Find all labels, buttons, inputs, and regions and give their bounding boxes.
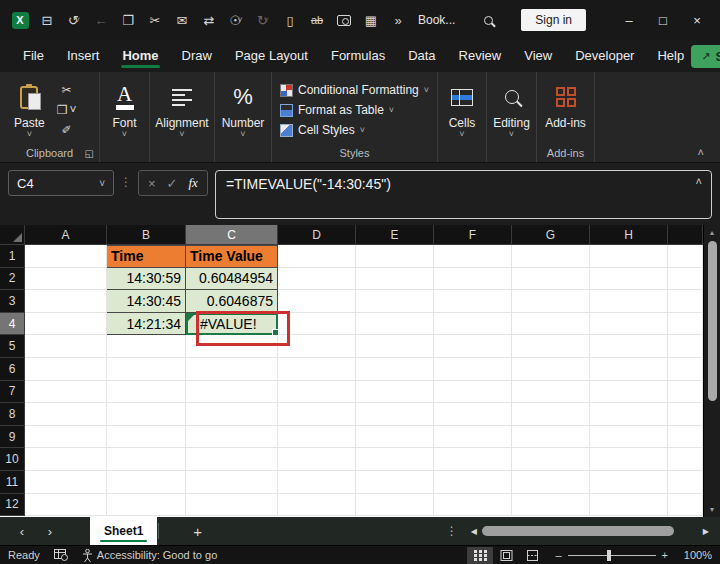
- sign-in-button[interactable]: Sign in: [521, 9, 586, 31]
- cut-icon[interactable]: ✂: [145, 8, 165, 32]
- cell-E11[interactable]: [356, 471, 434, 494]
- tab-insert[interactable]: Insert: [60, 43, 107, 70]
- tab-review[interactable]: Review: [452, 43, 509, 70]
- collapse-formula-bar-icon[interactable]: ˄: [696, 175, 702, 187]
- cancel-icon[interactable]: ×: [148, 176, 156, 191]
- cell-B11[interactable]: [107, 471, 186, 494]
- cell-B6[interactable]: [107, 358, 186, 381]
- camera-icon[interactable]: [334, 8, 354, 32]
- cell-D12[interactable]: [278, 494, 356, 517]
- cell-A8[interactable]: [25, 403, 107, 426]
- cell-F2[interactable]: [434, 268, 512, 291]
- scroll-right-icon[interactable]: ▶: [700, 527, 712, 536]
- cell-I7[interactable]: [668, 381, 703, 404]
- cell-B5[interactable]: [107, 335, 186, 358]
- cell-F1[interactable]: [434, 245, 512, 268]
- replace-icon[interactable]: ⇄: [199, 8, 219, 32]
- tab-developer[interactable]: Developer: [568, 43, 641, 70]
- cell-C11[interactable]: [186, 471, 278, 494]
- row-header-10[interactable]: 10: [0, 448, 25, 471]
- cell-G7[interactable]: [512, 381, 590, 404]
- cell-B3[interactable]: 14:30:45: [107, 290, 186, 313]
- previous-sheet-icon[interactable]: ‹: [8, 524, 36, 539]
- cell-B7[interactable]: [107, 381, 186, 404]
- cell-E8[interactable]: [356, 403, 434, 426]
- sheet-grid[interactable]: ABCDEFGH1TimeTime Value214:30:590.604849…: [0, 225, 703, 517]
- cut-button[interactable]: ✂: [62, 82, 72, 98]
- cell-H2[interactable]: [590, 268, 668, 291]
- cell-F11[interactable]: [434, 471, 512, 494]
- row-header-1[interactable]: 1: [0, 245, 25, 268]
- search-icon[interactable]: [484, 16, 493, 25]
- cell-A9[interactable]: [25, 426, 107, 449]
- cell-F10[interactable]: [434, 448, 512, 471]
- zoom-in-button[interactable]: +: [662, 549, 668, 561]
- more-commands-icon[interactable]: »: [388, 8, 408, 32]
- cell-G5[interactable]: [512, 335, 590, 358]
- row-header-11[interactable]: 11: [0, 471, 25, 494]
- cell-A1[interactable]: [25, 245, 107, 268]
- column-header-E[interactable]: E: [356, 225, 434, 245]
- copy-icon[interactable]: ❐: [118, 8, 138, 32]
- cell-H7[interactable]: [590, 381, 668, 404]
- cell-E2[interactable]: [356, 268, 434, 291]
- vertical-scrollbar[interactable]: ▲ ▼: [703, 225, 720, 517]
- cell-H11[interactable]: [590, 471, 668, 494]
- cell-A4[interactable]: [25, 313, 107, 336]
- cell-D4[interactable]: [278, 313, 356, 336]
- cell-E6[interactable]: [356, 358, 434, 381]
- cell-E9[interactable]: [356, 426, 434, 449]
- cell-G9[interactable]: [512, 426, 590, 449]
- cell-I9[interactable]: [668, 426, 703, 449]
- sheet-options-icon[interactable]: ⋮: [436, 524, 468, 538]
- cell-D9[interactable]: [278, 426, 356, 449]
- cells-button[interactable]: Cells ˅: [438, 78, 486, 139]
- cell-E4[interactable]: [356, 313, 434, 336]
- cell-C1[interactable]: Time Value: [186, 245, 278, 268]
- row-header-4[interactable]: 4: [0, 313, 25, 336]
- cell-E3[interactable]: [356, 290, 434, 313]
- cell-F4[interactable]: [434, 313, 512, 336]
- new-file-icon[interactable]: ▯: [280, 8, 300, 32]
- column-header-G[interactable]: G: [512, 225, 590, 245]
- scroll-up-icon[interactable]: ▲: [704, 229, 720, 236]
- cell-B2[interactable]: 14:30:59: [107, 268, 186, 291]
- cell-A6[interactable]: [25, 358, 107, 381]
- column-header-H[interactable]: H: [590, 225, 668, 245]
- cell-H4[interactable]: [590, 313, 668, 336]
- copy-button[interactable]: ❐˅: [57, 102, 77, 118]
- cell-G3[interactable]: [512, 290, 590, 313]
- cell-A2[interactable]: [25, 268, 107, 291]
- cell-C12[interactable]: [186, 494, 278, 517]
- cell-B8[interactable]: [107, 403, 186, 426]
- scroll-down-icon[interactable]: ▼: [704, 506, 720, 513]
- row-header-3[interactable]: 3: [0, 290, 25, 313]
- cell-F9[interactable]: [434, 426, 512, 449]
- tab-data[interactable]: Data: [401, 43, 442, 70]
- row-header-2[interactable]: 2: [0, 268, 25, 291]
- cell-I11[interactable]: [668, 471, 703, 494]
- cell-D8[interactable]: [278, 403, 356, 426]
- cell-D6[interactable]: [278, 358, 356, 381]
- lookup-icon[interactable]: ▦: [361, 8, 381, 32]
- name-box[interactable]: C4 ˅: [8, 170, 114, 196]
- cell-C6[interactable]: [186, 358, 278, 381]
- cell-H10[interactable]: [590, 448, 668, 471]
- cell-F6[interactable]: [434, 358, 512, 381]
- tab-view[interactable]: View: [517, 43, 559, 70]
- normal-view-button[interactable]: [467, 547, 493, 564]
- tab-draw[interactable]: Draw: [175, 43, 219, 70]
- cell-I8[interactable]: [668, 403, 703, 426]
- row-header-8[interactable]: 8: [0, 403, 25, 426]
- email-icon[interactable]: ✉: [172, 8, 192, 32]
- close-button[interactable]: ×: [680, 13, 714, 28]
- clipboard-dialog-launcher-icon[interactable]: ◱: [85, 148, 94, 159]
- cell-C7[interactable]: [186, 381, 278, 404]
- cell-A12[interactable]: [25, 494, 107, 517]
- redo-icon[interactable]: ↻˅: [253, 8, 273, 32]
- cell-F3[interactable]: [434, 290, 512, 313]
- cell-I6[interactable]: [668, 358, 703, 381]
- cell-E12[interactable]: [356, 494, 434, 517]
- select-all-corner[interactable]: [0, 225, 25, 245]
- vertical-scrollbar-thumb[interactable]: [708, 241, 717, 401]
